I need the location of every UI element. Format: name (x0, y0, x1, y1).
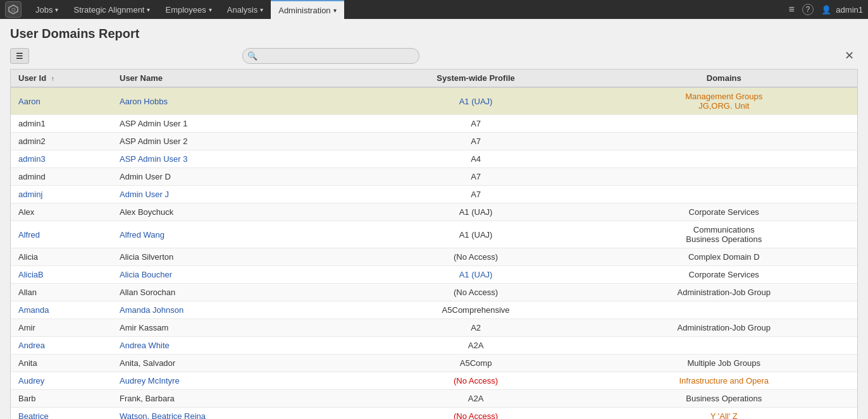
cell-profile: (No Access) (361, 372, 591, 390)
search-container: 🔍 (242, 48, 419, 64)
table-row[interactable]: AliciaBAlicia BoucherA1 (UAJ)Corporate S… (11, 266, 857, 284)
cell-user-id: Allan (11, 284, 112, 301)
cell-domains: Administration-Job Group (590, 319, 857, 337)
cell-domains: Infrastructure and Opera (590, 372, 857, 390)
cell-user-name: Admin User D (112, 168, 361, 186)
cell-profile: A2A (361, 390, 591, 408)
cell-profile: A2 (361, 319, 591, 337)
cell-user-name: Audrey McIntyre (112, 372, 361, 390)
close-button[interactable]: ✕ (841, 47, 858, 64)
table-row[interactable]: BarbFrank, BarbaraA2ABusiness Operations (11, 390, 857, 408)
sort-arrow-icon: ↑ (51, 75, 54, 82)
cell-user-id: Amanda (11, 301, 112, 319)
cell-user-id: Anita (11, 355, 112, 372)
cell-domains (590, 337, 857, 355)
col-domains[interactable]: Domains (590, 70, 857, 87)
cell-user-name: ASP Admin User 2 (112, 133, 361, 150)
svg-text:⬡: ⬡ (11, 8, 15, 12)
cell-user-name: Admin User J (112, 186, 361, 203)
cell-profile: A1 (UAJ) (361, 221, 591, 248)
cell-profile: A7 (361, 115, 591, 133)
table-row[interactable]: AlfredAlfred WangA1 (UAJ)CommunicationsB… (11, 221, 857, 248)
table-row[interactable]: AndreaAndrea WhiteA2A (11, 337, 857, 355)
page-title: User Domains Report (10, 27, 858, 41)
table-row[interactable]: adminjAdmin User JA7 (11, 186, 857, 203)
table-row[interactable]: AudreyAudrey McIntyre(No Access)Infrastr… (11, 372, 857, 390)
data-table-container: User Id ↑ User Name System-wide Profile … (10, 69, 858, 419)
table-row[interactable]: admindAdmin User DA7 (11, 168, 857, 186)
cell-user-id: admin1 (11, 115, 112, 133)
cell-profile: A5Comprehensive (361, 301, 591, 319)
cell-user-id: Beatrice (11, 408, 112, 420)
table-row[interactable]: AmirAmir KassamA2Administration-Job Grou… (11, 319, 857, 337)
col-user-name[interactable]: User Name (112, 70, 361, 87)
cell-profile: A4 (361, 150, 591, 168)
user-icon: 👤 (821, 5, 831, 15)
cell-profile: (No Access) (361, 248, 591, 266)
cell-user-id: admin3 (11, 150, 112, 168)
user-domains-table: User Id ↑ User Name System-wide Profile … (11, 70, 857, 419)
cell-profile: A7 (361, 133, 591, 150)
cell-domains: Multiple Job Groups (590, 355, 857, 372)
cell-user-id: Barb (11, 390, 112, 408)
cell-user-id: AliciaB (11, 266, 112, 284)
cell-user-id: admind (11, 168, 112, 186)
filter-button[interactable]: ☰ (10, 48, 29, 64)
cell-profile: A7 (361, 186, 591, 203)
cell-user-name: ASP Admin User 1 (112, 115, 361, 133)
nav-employees[interactable]: Employees ▾ (158, 0, 219, 19)
cell-domains (590, 133, 857, 150)
table-row[interactable]: AaronAaron HobbsA1 (UAJ)Management Group… (11, 87, 857, 115)
cell-user-id: Andrea (11, 337, 112, 355)
table-row[interactable]: BeatriceWatson, Beatrice Reina(No Access… (11, 408, 857, 420)
col-profile[interactable]: System-wide Profile (361, 70, 591, 87)
nav-jobs[interactable]: Jobs ▾ (28, 0, 66, 19)
search-icon: 🔍 (247, 51, 257, 61)
cell-domains: Corporate Services (590, 266, 857, 284)
search-input[interactable] (242, 48, 419, 64)
table-row[interactable]: AllanAllan Sorochan(No Access)Administra… (11, 284, 857, 301)
table-row[interactable]: admin3ASP Admin User 3A4 (11, 150, 857, 168)
nav-administration[interactable]: Administration ▾ (271, 0, 344, 19)
cell-domains: Administration-Job Group (590, 284, 857, 301)
table-row[interactable]: admin1ASP Admin User 1A7 (11, 115, 857, 133)
cell-user-id: Aaron (11, 87, 112, 115)
cell-user-name: Alfred Wang (112, 221, 361, 248)
cell-profile: A1 (UAJ) (361, 203, 591, 221)
cell-domains: Complex Domain D (590, 248, 857, 266)
app-logo[interactable]: ⬡ (5, 1, 22, 18)
cell-user-name: Allan Sorochan (112, 284, 361, 301)
cell-profile: (No Access) (361, 408, 591, 420)
col-user-id[interactable]: User Id ↑ (11, 70, 112, 87)
cell-user-name: Watson, Beatrice Reina (112, 408, 361, 420)
top-navigation: ⬡ Jobs ▾ Strategic Alignment ▾ Employees… (0, 0, 868, 19)
cell-user-id: Alex (11, 203, 112, 221)
cell-user-name: Amir Kassam (112, 319, 361, 337)
table-row[interactable]: admin2ASP Admin User 2A7 (11, 133, 857, 150)
filter-icon: ☰ (16, 51, 23, 61)
menu-icon[interactable]: ≡ (788, 4, 794, 15)
cell-domains (590, 186, 857, 203)
cell-domains: Y 'All' Z (590, 408, 857, 420)
nav-analysis[interactable]: Analysis ▾ (220, 0, 271, 19)
cell-domains (590, 150, 857, 168)
cell-user-name: Anita, Salvador (112, 355, 361, 372)
table-row[interactable]: AliciaAlicia Silverton(No Access)Complex… (11, 248, 857, 266)
nav-strategic-alignment[interactable]: Strategic Alignment ▾ (66, 0, 158, 19)
table-row[interactable]: AlexAlex BoychuckA1 (UAJ)Corporate Servi… (11, 203, 857, 221)
cell-user-name: Amanda Johnson (112, 301, 361, 319)
table-header-row: User Id ↑ User Name System-wide Profile … (11, 70, 857, 87)
cell-profile: (No Access) (361, 284, 591, 301)
help-icon[interactable]: ? (802, 4, 814, 15)
user-menu[interactable]: 👤 admin1 (821, 5, 863, 15)
table-row[interactable]: AmandaAmanda JohnsonA5Comprehensive (11, 301, 857, 319)
table-row[interactable]: AnitaAnita, SalvadorA5CompMultiple Job G… (11, 355, 857, 372)
chevron-down-icon: ▾ (55, 6, 58, 13)
cell-user-id: Alfred (11, 221, 112, 248)
cell-user-id: adminj (11, 186, 112, 203)
cell-profile: A1 (UAJ) (361, 87, 591, 115)
cell-user-name: Alicia Boucher (112, 266, 361, 284)
cell-user-id: Amir (11, 319, 112, 337)
chevron-down-icon: ▾ (209, 6, 212, 13)
cell-domains (590, 301, 857, 319)
